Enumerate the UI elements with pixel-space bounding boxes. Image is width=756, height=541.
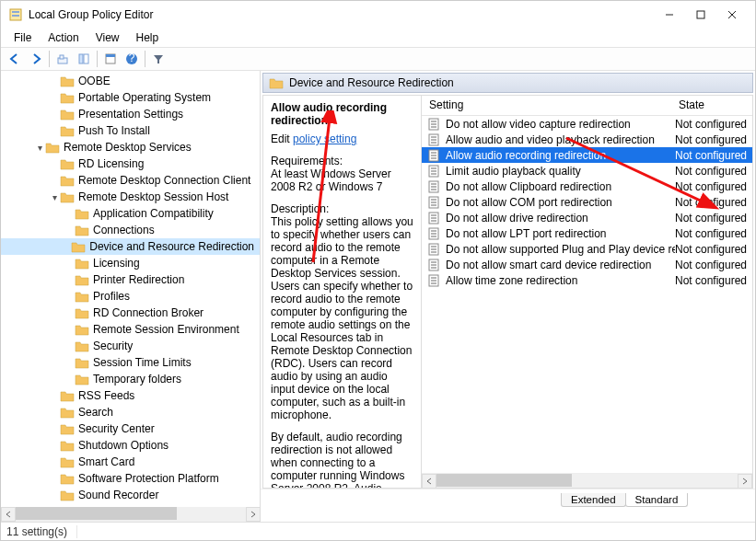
tree-item[interactable]: ▾Remote Desktop Services [1,139,260,155]
tree-item[interactable]: Licensing [1,255,260,271]
policy-tree[interactable]: OOBEPortable Operating SystemPresentatio… [1,73,260,507]
tree-item[interactable]: Push To Install [1,122,260,139]
policy-row[interactable]: Limit audio playback qualityNot configur… [422,163,752,178]
tree-item[interactable]: Sound Recorder [1,487,260,503]
minimize-button[interactable] [654,3,685,27]
tree-item[interactable]: Device and Resource Redirection [1,238,260,255]
menu-view[interactable]: View [88,30,127,45]
toolbar-separator [145,51,145,67]
menu-action[interactable]: Action [41,30,86,45]
folder-icon [60,75,75,87]
policy-state: Not configured [675,149,752,162]
svg-rect-1 [12,11,19,13]
tree-item[interactable]: Shutdown Options [1,437,260,454]
column-setting[interactable]: Setting [422,96,675,115]
tree-item[interactable]: Connections [1,222,260,238]
tree-item-label: RD Connection Broker [93,306,204,319]
tree-item[interactable]: OOBE [1,73,260,89]
forward-button[interactable] [26,49,46,69]
tree-item[interactable]: Remote Session Environment [1,321,260,338]
policy-row[interactable]: Do not allow smart card device redirecti… [422,257,752,272]
tree-pane[interactable]: OOBEPortable Operating SystemPresentatio… [1,71,261,507]
policy-row[interactable]: Do not allow Clipboard redirectionNot co… [422,178,752,194]
tree-item[interactable]: ▾Remote Desktop Session Host [1,189,260,205]
svg-rect-10 [84,54,88,63]
tree-item-label: OOBE [78,75,110,87]
policy-row[interactable]: Allow audio and video playback redirecti… [422,132,752,147]
up-button[interactable] [52,49,73,69]
list-horizontal-scrollbar[interactable] [422,473,752,488]
expander-icon[interactable]: ▾ [34,143,45,153]
tree-item[interactable]: Software Protection Platform [1,470,260,487]
tree-item-label: Connections [93,224,155,236]
maximize-button[interactable] [685,3,716,27]
show-hide-tree-button[interactable] [74,49,94,69]
folder-icon [60,422,75,435]
filter-button[interactable] [148,49,169,69]
policy-row[interactable]: Do not allow video capture redirectionNo… [422,116,752,132]
tree-item-label: Software Protection Platform [78,472,219,485]
policy-row[interactable]: Do not allow drive redirectionNot config… [422,210,752,225]
tree-item[interactable]: Session Time Limits [1,354,260,371]
tree-horizontal-scrollbar[interactable] [1,507,261,522]
scroll-left-arrow[interactable] [422,474,436,489]
help-button[interactable]: ? [122,49,142,69]
folder-icon [75,323,89,336]
tree-item[interactable]: Smart Card [1,454,260,470]
back-button[interactable] [5,49,25,69]
toolbar: ? [1,47,755,71]
tree-item[interactable]: Search [1,404,260,420]
tree-item[interactable]: Application Compatibility [1,205,260,222]
scroll-thumb[interactable] [436,474,572,487]
svg-rect-4 [697,11,704,18]
policy-row[interactable]: Allow audio recording redirectionNot con… [422,147,752,163]
policy-row[interactable]: Do not allow LPT port redirectionNot con… [422,225,752,241]
scroll-right-arrow[interactable] [738,474,752,489]
policy-label: Do not allow COM port redirection [446,196,675,209]
policy-row[interactable]: Do not allow COM port redirectionNot con… [422,194,752,210]
menu-file[interactable]: File [6,30,39,45]
policy-row[interactable]: Do not allow supported Plug and Play dev… [422,241,752,257]
tree-item[interactable]: Profiles [1,288,260,305]
properties-button[interactable] [100,49,121,69]
folder-icon [75,290,89,303]
policy-label: Limit audio playback quality [446,165,675,178]
scroll-left-arrow[interactable] [1,507,16,522]
tree-item[interactable]: Presentation Settings [1,106,260,122]
folder-icon [75,273,89,286]
policy-icon [427,274,442,287]
folder-icon [60,174,75,187]
description-pane[interactable]: Allow audio recording redirection Edit p… [263,96,422,488]
policy-state: Not configured [675,196,752,209]
policy-label: Do not allow video capture redirection [446,118,675,131]
menu-help[interactable]: Help [129,30,167,45]
tab-extended[interactable]: Extended [561,493,626,507]
tree-item[interactable]: RD Licensing [1,155,260,172]
folder-icon [75,356,89,369]
expander-icon[interactable]: ▾ [49,192,60,202]
toolbar-separator [97,51,98,67]
close-button[interactable] [716,3,748,27]
scroll-right-arrow[interactable] [246,507,261,522]
policy-state: Not configured [675,274,752,287]
folder-icon [60,389,75,402]
tree-item[interactable]: Portable Operating System [1,89,260,106]
tree-item[interactable]: Temporary folders [1,371,260,387]
policy-list[interactable]: Do not allow video capture redirectionNo… [422,116,752,473]
policy-row[interactable]: Allow time zone redirectionNot configure… [422,272,752,288]
column-state[interactable]: State [675,96,752,115]
policy-label: Allow time zone redirection [446,274,675,287]
scroll-thumb[interactable] [16,507,177,520]
policy-setting-link[interactable]: policy setting [293,132,356,145]
tree-item[interactable]: RD Connection Broker [1,305,260,321]
tree-item[interactable]: Security [1,338,260,354]
tree-item[interactable]: RSS Feeds [1,387,260,404]
scroll-track[interactable] [16,507,246,522]
scroll-track[interactable] [436,474,738,489]
svg-rect-2 [12,15,19,17]
tree-item[interactable]: Security Center [1,420,260,437]
tree-item[interactable]: Printer Redirection [1,271,260,288]
window-title: Local Group Policy Editor [29,8,654,21]
tab-standard[interactable]: Standard [625,493,689,507]
tree-item[interactable]: Remote Desktop Connection Client [1,172,260,189]
